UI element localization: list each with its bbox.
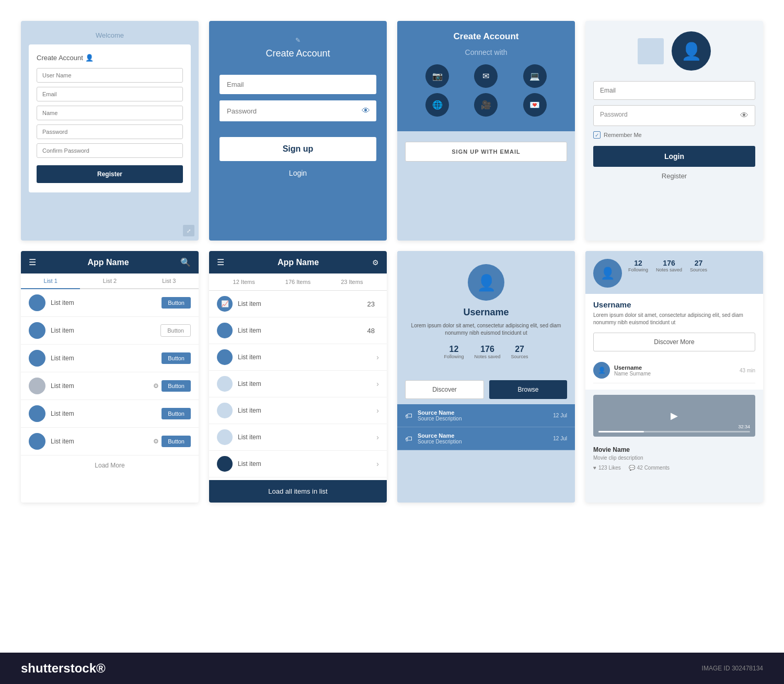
screen-6-app-list2: ☰ App Name ⚙ 12 Items 176 Items 23 Items… [209, 251, 387, 503]
item-label-5: List item [51, 410, 162, 417]
s6-arrow-7[interactable]: › [376, 460, 379, 468]
discover-button[interactable]: Discover [405, 380, 484, 399]
list-avatar-6 [29, 433, 45, 450]
register-button[interactable]: Register [37, 165, 183, 183]
s6-avatar-4 [217, 376, 233, 392]
tab-list1[interactable]: List 1 [21, 273, 80, 289]
card-title: Create Account 👤 [37, 54, 183, 62]
social-icon-video[interactable]: 🎥 [474, 93, 498, 117]
s6-list-item-4: List item › [209, 371, 387, 397]
video-area[interactable]: ▶ 32:34 [593, 395, 755, 437]
item-button-2[interactable]: Button [160, 324, 191, 337]
browse-button[interactable]: Browse [489, 380, 567, 399]
video-time: 32:34 [738, 424, 750, 429]
item-button-4[interactable]: Button [162, 380, 191, 392]
s6-arrow-3[interactable]: › [376, 353, 379, 361]
s6-avatar-1: 📈 [217, 296, 233, 312]
welcome-text: Welcome [29, 31, 191, 39]
stat-following: 12 Following [444, 345, 464, 359]
list-item-5: List item Button [21, 400, 199, 428]
user-name: Username [614, 364, 735, 371]
tag-icon-2: 🏷 [405, 435, 412, 443]
social-icon-mail[interactable]: ✉ [474, 64, 498, 88]
social-stat-following: 12 Following [628, 259, 648, 272]
load-more[interactable]: Load More [21, 455, 199, 475]
s6-arrow-6[interactable]: › [376, 433, 379, 441]
stat-following-num: 12 [444, 345, 464, 354]
tag-icon-1: 🏷 [405, 412, 412, 420]
comments-action[interactable]: 💬 42 Comments [629, 465, 670, 471]
social-icon-laptop[interactable]: 💻 [523, 64, 547, 88]
login-email-field[interactable] [593, 81, 755, 100]
connect-text: Connect with [405, 48, 567, 56]
email-field[interactable] [37, 87, 183, 101]
s6-avatar-3 [217, 349, 233, 365]
login-password-placeholder: Password [594, 106, 734, 126]
user-row: 👤 Username Name Surname 43 min [593, 358, 755, 383]
list-item-6: List item ⚙ Button [21, 428, 199, 455]
discover-more-button[interactable]: Discover More [593, 333, 755, 351]
social-stat-sources-label: Sources [690, 267, 707, 272]
tab-list2[interactable]: List 2 [80, 273, 139, 288]
social-stat-notes: 176 Notes saved [656, 259, 682, 272]
password-input[interactable] [220, 100, 355, 121]
social-stat-notes-label: Notes saved [656, 267, 682, 272]
settings-icon-small2: ⚙ [153, 438, 159, 445]
s6-avatar-7 [217, 456, 233, 472]
col-items1: 12 Items [217, 279, 271, 285]
register-link[interactable]: Register [593, 172, 755, 180]
social-stat-sources-num: 27 [690, 259, 707, 267]
user-avatar: 👤 [593, 362, 610, 379]
screen-4-login: 👤 Password 👁 ✓ Remember Me Login Registe… [585, 21, 763, 241]
settings-icon-header[interactable]: ⚙ [372, 258, 379, 267]
password-toggle-icon[interactable]: 👁 [355, 100, 376, 121]
s6-arrow-4[interactable]: › [376, 380, 379, 388]
source-name-2: Source Name [418, 432, 553, 439]
tab-list3[interactable]: List 3 [140, 273, 199, 288]
menu-icon2[interactable]: ☰ [217, 257, 224, 267]
item-button-1[interactable]: Button [162, 297, 191, 309]
signup-email-button[interactable]: SIGN UP WITH EMAIL [405, 142, 567, 162]
s6-arrow-5[interactable]: › [376, 406, 379, 415]
name-field[interactable] [37, 106, 183, 120]
login-link[interactable]: Login [289, 169, 307, 177]
app-header: ☰ App Name 🔍 [21, 251, 199, 273]
item-button-5[interactable]: Button [162, 408, 191, 419]
remember-checkbox[interactable]: ✓ [593, 131, 601, 139]
create-account-box: Create Account 👤 Register [29, 44, 191, 192]
tab-bar: List 1 List 2 List 3 [21, 273, 199, 289]
video-progress-bar [598, 431, 750, 432]
stat-sources-label: Sources [511, 354, 528, 359]
password-field[interactable] [37, 124, 183, 139]
menu-icon[interactable]: ☰ [29, 257, 36, 267]
social-stat-notes-num: 176 [656, 259, 682, 267]
movie-name: Movie Name [593, 446, 755, 453]
list-item-1: List item Button [21, 289, 199, 317]
username-field[interactable] [37, 68, 183, 83]
login-button[interactable]: Login [593, 146, 755, 167]
stat-sources: 27 Sources [511, 345, 528, 359]
video-progress-fill [598, 431, 644, 432]
s6-item-label-6: List item [238, 434, 376, 441]
social-icon-globe[interactable]: 🌐 [425, 93, 449, 117]
item-button-6[interactable]: Button [162, 436, 191, 447]
load-all-button[interactable]: Load all items in list [209, 480, 387, 503]
likes-action[interactable]: ♥ 123 Likes [593, 465, 621, 471]
profile-avatar: 👤 [468, 264, 504, 301]
confirm-password-field[interactable] [37, 143, 183, 158]
search-icon[interactable]: 🔍 [180, 257, 191, 267]
item-button-3[interactable]: Button [162, 352, 191, 364]
corner-icon: ⤢ [183, 225, 194, 236]
s6-item-num-2: 48 [367, 327, 375, 335]
signup-button[interactable]: Sign up [220, 137, 376, 161]
bottom-bar: shutterstock® IMAGE ID 302478134 [0, 653, 784, 684]
avatar-circle: 👤 [672, 31, 711, 71]
social-icon-envelope[interactable]: 💌 [523, 93, 547, 117]
email-input[interactable] [220, 75, 376, 94]
screen-5-app-list: ☰ App Name 🔍 List 1 List 2 List 3 List i… [21, 251, 199, 503]
item-label-3: List item [51, 355, 162, 362]
login-password-toggle[interactable]: 👁 [734, 106, 755, 126]
video-play-icon[interactable]: ▶ [671, 410, 678, 421]
item-label-2: List item [51, 327, 160, 334]
social-icon-camera[interactable]: 📷 [425, 64, 449, 88]
